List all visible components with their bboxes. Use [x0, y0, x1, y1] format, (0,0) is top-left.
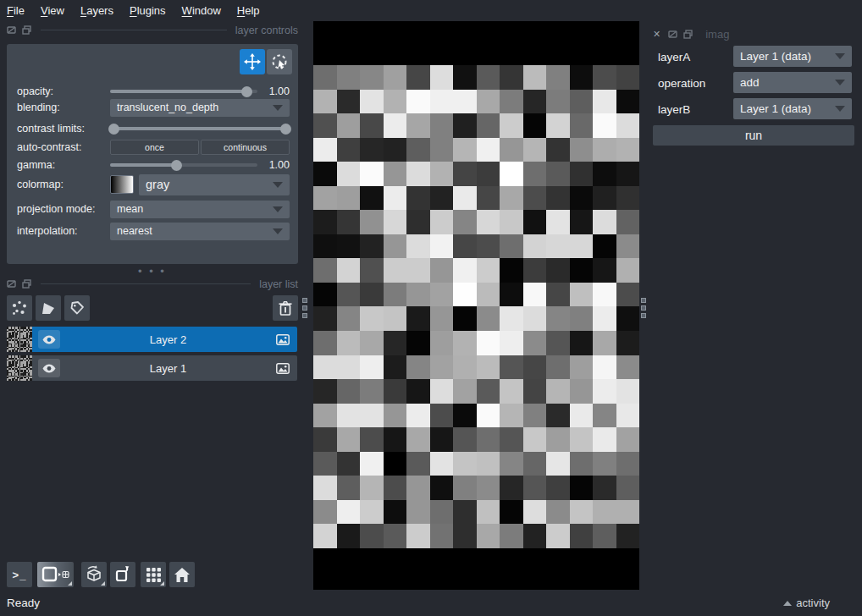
- console-button[interactable]: >_: [7, 562, 32, 587]
- chevron-down-icon: [273, 206, 283, 212]
- canvas-pixel: [500, 234, 523, 259]
- canvas-pixel: [360, 476, 384, 500]
- canvas-pixel: [384, 138, 407, 162]
- canvas-pixel: [313, 65, 337, 90]
- new-labels-layer-button[interactable]: [64, 295, 90, 321]
- visibility-eye-button[interactable]: [38, 359, 60, 377]
- ndisplay-toggle-button[interactable]: [37, 562, 74, 587]
- canvas-pixel: [384, 283, 407, 307]
- menu-item-layers[interactable]: Layers: [80, 4, 123, 17]
- pan-zoom-mode-button[interactable]: [240, 49, 265, 74]
- control-row-colormap: colormap:gray: [17, 173, 290, 195]
- operation-select[interactable]: add: [733, 72, 852, 93]
- once-button[interactable]: once: [110, 140, 199, 155]
- gamma-slider-handle[interactable]: [171, 160, 182, 171]
- canvas-pixel: [406, 90, 430, 114]
- interpolation-select[interactable]: nearest: [110, 223, 290, 240]
- layer-row-layer-1[interactable]: Layer 1: [7, 355, 297, 381]
- contrast-limits-handle-0[interactable]: [108, 124, 119, 135]
- right-dock-drag-handle[interactable]: [641, 298, 647, 318]
- canvas-pixel: [337, 162, 361, 186]
- transpose-dimensions-button[interactable]: [110, 562, 135, 587]
- canvas-pixel: [570, 306, 594, 331]
- canvas-pixel: [337, 476, 361, 500]
- canvas-pixel: [453, 283, 477, 307]
- canvas-pixel: [546, 186, 570, 211]
- projection-mode-select[interactable]: mean: [110, 201, 290, 218]
- canvas-pixel: [616, 283, 640, 307]
- dock-hide-icon[interactable]: [668, 30, 677, 39]
- canvas-pixel: [616, 404, 640, 428]
- layerA-select[interactable]: Layer 1 (data): [733, 46, 852, 67]
- canvas-pixel: [546, 65, 570, 90]
- menu-item-file[interactable]: File: [7, 4, 34, 17]
- canvas-pixel: [313, 524, 337, 548]
- close-icon[interactable]: ✕: [653, 29, 660, 40]
- roll-dimensions-button[interactable]: [81, 562, 107, 587]
- canvas-pixel: [406, 186, 430, 211]
- canvas-pixel: [616, 427, 640, 452]
- menu-item-help[interactable]: Help: [237, 4, 269, 17]
- canvas-pixel: [523, 500, 547, 525]
- canvas-pixel: [616, 524, 640, 548]
- canvas-pixel: [360, 524, 384, 548]
- delete-layer-button[interactable]: [273, 295, 298, 321]
- canvas-pixel: [570, 331, 594, 355]
- canvas-pixel: [430, 524, 454, 548]
- dock-float-icon[interactable]: [22, 25, 31, 35]
- canvas-pixel: [477, 234, 500, 259]
- contrast-limits-handle-1[interactable]: [280, 124, 291, 135]
- new-points-layer-button[interactable]: [7, 295, 32, 321]
- home-reset-view-button[interactable]: [169, 562, 195, 587]
- canvas-pixel: [570, 210, 594, 234]
- dock-hide-icon[interactable]: [7, 25, 16, 35]
- opacity-slider-handle[interactable]: [241, 86, 252, 97]
- new-shapes-layer-button[interactable]: [36, 295, 61, 321]
- layer-controls-title: layer controls: [235, 25, 298, 36]
- contrast-limits-range-slider[interactable]: [110, 119, 290, 138]
- chevron-up-icon: [783, 601, 792, 606]
- menu-item-plugins[interactable]: Plugins: [130, 4, 175, 17]
- run-button[interactable]: run: [653, 125, 854, 146]
- transform-mode-button[interactable]: [267, 49, 292, 74]
- canvas-pixel: [453, 306, 477, 331]
- canvas-pixel: [337, 452, 361, 476]
- canvas-pixel: [384, 258, 407, 283]
- slider-track: [110, 127, 290, 130]
- layer-row-layer-2[interactable]: Layer 2: [7, 327, 297, 352]
- dock-hide-icon[interactable]: [7, 279, 16, 289]
- canvas-pixel: [593, 90, 616, 114]
- layer-list-drag-handle[interactable]: [302, 298, 308, 318]
- dock-float-icon[interactable]: [22, 279, 31, 289]
- canvas-pixel: [616, 234, 640, 259]
- viewer-canvas[interactable]: [313, 21, 639, 590]
- layer-list-toolbar: [7, 295, 298, 321]
- canvas-pixel: [313, 476, 337, 500]
- canvas-pixel: [593, 258, 616, 283]
- gamma-slider[interactable]: [110, 156, 257, 174]
- canvas-pixel: [337, 258, 361, 283]
- canvas-pixel: [546, 258, 570, 283]
- canvas-pixel: [500, 404, 523, 428]
- colormap-select[interactable]: gray: [139, 174, 290, 195]
- visibility-eye-button[interactable]: [38, 330, 60, 349]
- menu-item-view[interactable]: View: [41, 4, 74, 17]
- canvas-pixel: [337, 331, 361, 355]
- canvas-pixel: [360, 331, 384, 355]
- canvas-pixel: [523, 306, 547, 331]
- dock-float-icon[interactable]: [683, 30, 693, 39]
- continuous-button[interactable]: continuous: [201, 140, 290, 155]
- grid-view-button[interactable]: [141, 562, 166, 587]
- layerB-select[interactable]: Layer 1 (data): [733, 98, 852, 119]
- canvas-pixel: [313, 500, 337, 525]
- blending-select[interactable]: translucent_no_depth: [110, 99, 290, 117]
- panel-splitter-dots[interactable]: • • •: [7, 267, 298, 276]
- canvas-pixel: [430, 210, 454, 234]
- activity-button[interactable]: activity: [783, 597, 830, 609]
- canvas-pixel: [430, 331, 454, 355]
- canvas-pixel: [570, 162, 594, 186]
- canvas-pixel: [546, 306, 570, 331]
- menu-item-window[interactable]: Window: [182, 4, 230, 17]
- canvas-pixel: [430, 500, 454, 525]
- canvas-pixel: [546, 524, 570, 548]
